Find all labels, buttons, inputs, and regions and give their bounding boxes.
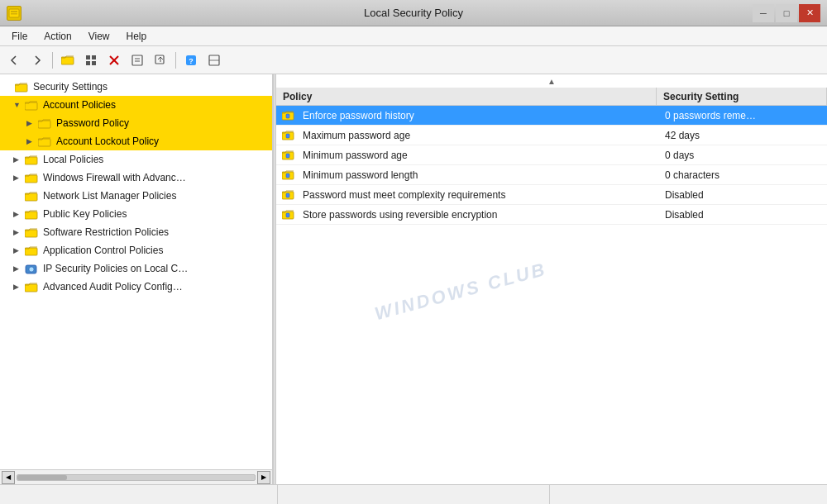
list-row[interactable]: Password must meet complexity requiremen… <box>276 185 827 205</box>
policy-name-3: Minimum password age <box>298 148 660 163</box>
grid-button[interactable] <box>80 50 102 70</box>
scroll-right-button[interactable]: ▶ <box>257 471 270 484</box>
password-policy-label: Password Policy <box>56 117 129 129</box>
row-icon-5 <box>280 186 298 204</box>
list-row[interactable]: Maximum password age 42 days <box>276 126 827 145</box>
sort-arrow: ▲ <box>547 77 556 86</box>
audit-expand: ▶ <box>13 283 25 291</box>
delete-button[interactable] <box>103 50 125 70</box>
policy-setting-5: Disabled <box>660 188 827 202</box>
list-row[interactable]: Minimum password length 0 characters <box>276 165 827 185</box>
folder-button[interactable] <box>57 50 79 70</box>
tree-account-lockout[interactable]: ▶ Account Lockout Policy <box>0 132 272 150</box>
policy-setting-3: 0 days <box>660 148 827 163</box>
setting-column-header[interactable]: Security Setting <box>657 88 827 105</box>
close-button[interactable]: ✕ <box>799 4 820 22</box>
row-icon-4 <box>280 166 298 184</box>
scroll-thumb[interactable] <box>17 475 67 480</box>
ip-expand: ▶ <box>13 264 25 273</box>
svg-text:?: ? <box>189 57 194 65</box>
app-icon <box>7 6 22 21</box>
tree-local-policies[interactable]: ▶ Local Policies <box>0 150 272 169</box>
policy-setting-4: 0 characters <box>660 168 827 183</box>
software-expand: ▶ <box>13 228 25 236</box>
tree-account-policies[interactable]: ▼ Account Policies <box>0 96 272 114</box>
maximize-button[interactable]: □ <box>776 4 797 22</box>
svg-rect-4 <box>86 55 90 59</box>
status-bar <box>0 484 827 504</box>
tree-windows-firewall[interactable]: ▶ Windows Firewall with Advanc… <box>0 169 272 187</box>
network-icon <box>25 190 40 202</box>
audit-icon <box>25 281 40 292</box>
menu-bar: File Action View Help <box>0 26 827 46</box>
list-row[interactable]: Minimum password age 0 days <box>276 145 827 165</box>
svg-rect-39 <box>286 174 289 178</box>
list-row[interactable]: Enforce password history 0 passwords rem… <box>276 106 827 126</box>
title-bar-left <box>7 6 22 21</box>
software-label: Software Restriction Policies <box>43 226 169 238</box>
public-key-label: Public Key Policies <box>43 208 127 220</box>
policy-setting-6: Disabled <box>660 207 827 222</box>
svg-rect-35 <box>286 134 289 138</box>
svg-rect-5 <box>92 55 96 59</box>
tree-view: Security Settings ▼ Account Policies ▶ <box>0 74 272 469</box>
firewall-label: Windows Firewall with Advanc… <box>43 172 186 183</box>
toolbar-sep-2 <box>175 52 176 69</box>
account-lockout-label: Account Lockout Policy <box>56 136 159 147</box>
account-lockout-expand: ▶ <box>26 137 38 145</box>
scroll-left-button[interactable]: ◀ <box>2 471 15 484</box>
account-policies-expand: ▼ <box>13 101 25 109</box>
root-folder-icon <box>15 81 30 93</box>
password-policy-expand: ▶ <box>26 119 38 127</box>
local-policies-expand: ▶ <box>13 155 25 164</box>
tree-ip-security[interactable]: ▶ IP Security Policies on Local C… <box>0 259 272 278</box>
svg-rect-2 <box>11 13 17 15</box>
tree-software-restriction[interactable]: ▶ Software Restriction Policies <box>0 223 272 241</box>
svg-rect-33 <box>286 114 289 118</box>
public-key-expand: ▶ <box>13 210 25 218</box>
menu-help[interactable]: Help <box>118 29 155 44</box>
list-row[interactable]: Store passwords using reversible encrypt… <box>276 205 827 225</box>
minimize-button[interactable]: ─ <box>753 4 774 22</box>
scroll-track[interactable] <box>17 474 256 481</box>
tree-advanced-audit[interactable]: ▶ Advanced Audit Policy Config… <box>0 278 272 296</box>
help-button[interactable]: ? <box>180 50 202 70</box>
app-control-label: Application Control Policies <box>43 245 163 256</box>
password-policy-icon <box>38 117 53 129</box>
local-policies-icon <box>25 154 40 165</box>
policy-name-2: Maximum password age <box>298 128 660 143</box>
audit-label: Advanced Audit Policy Config… <box>43 281 183 292</box>
forward-button[interactable] <box>26 50 48 70</box>
list-header: Policy Security Setting <box>276 88 827 106</box>
policy-name-1: Enforce password history <box>298 108 660 123</box>
tree-scrollbar[interactable]: ◀ ▶ <box>0 469 272 484</box>
ip-icon <box>25 263 40 274</box>
policy-name-6: Store passwords using reversible encrypt… <box>298 207 660 222</box>
properties-button[interactable] <box>127 50 148 70</box>
row-icon-2 <box>280 126 298 145</box>
title-bar: Local Security Policy ─ □ ✕ <box>0 0 827 26</box>
menu-view[interactable]: View <box>80 29 118 44</box>
policy-name-4: Minimum password length <box>298 168 660 183</box>
account-lockout-icon <box>38 136 53 147</box>
software-icon <box>25 226 40 238</box>
policy-column-header[interactable]: Policy <box>276 88 657 105</box>
firewall-expand: ▶ <box>13 174 25 182</box>
extra-button[interactable] <box>203 50 225 70</box>
status-section-3 <box>550 485 822 504</box>
row-icon-6 <box>280 206 298 224</box>
menu-file[interactable]: File <box>3 29 36 44</box>
tree-root[interactable]: Security Settings <box>0 78 272 96</box>
policy-name-5: Password must meet complexity requiremen… <box>298 188 660 202</box>
app-control-expand: ▶ <box>13 246 25 254</box>
toolbar: ? <box>0 46 827 74</box>
menu-action[interactable]: Action <box>36 29 79 44</box>
back-button[interactable] <box>3 50 25 70</box>
tree-application-control[interactable]: ▶ Application Control Policies <box>0 241 272 259</box>
tree-network-list[interactable]: Network List Manager Policies <box>0 187 272 205</box>
svg-rect-7 <box>92 61 96 65</box>
window-title: Local Security Policy <box>364 7 463 19</box>
export-button[interactable] <box>150 50 171 70</box>
tree-public-key[interactable]: ▶ Public Key Policies <box>0 205 272 223</box>
tree-password-policy[interactable]: ▶ Password Policy <box>0 114 272 132</box>
